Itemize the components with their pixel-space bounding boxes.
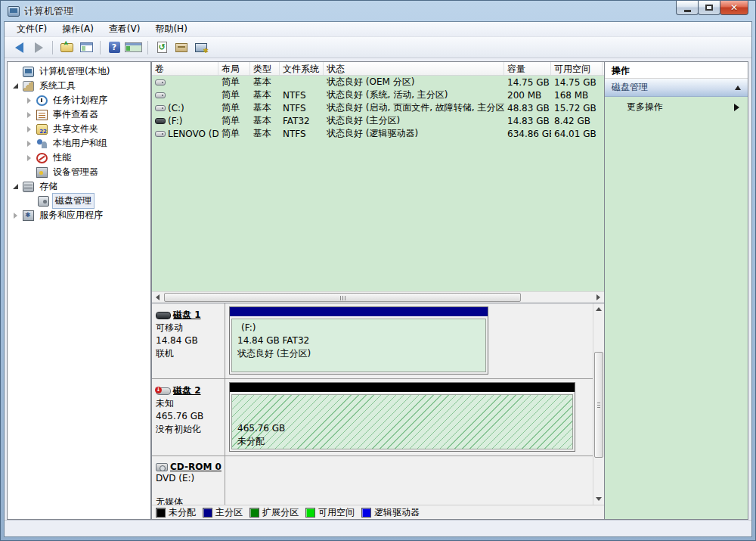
- unallocated-swatch: [156, 508, 166, 518]
- scroll-left-icon: [156, 294, 160, 300]
- column-header-layout[interactable]: 布局: [218, 62, 250, 75]
- device-manager-icon: [36, 167, 48, 178]
- maximize-icon: [705, 5, 713, 11]
- back-button[interactable]: [11, 39, 27, 56]
- extended-partition-swatch: [249, 508, 259, 518]
- expander-collapsed-icon[interactable]: [24, 126, 33, 132]
- collapse-icon[interactable]: [735, 86, 741, 90]
- services-applications-icon: [23, 210, 34, 221]
- remote-computer-icon: [195, 43, 207, 52]
- forward-icon: [35, 42, 43, 53]
- tree-item-services-applications[interactable]: 服务和应用程序: [8, 208, 150, 222]
- column-header-free-space[interactable]: 可用空间: [551, 62, 603, 75]
- help-button[interactable]: ?: [106, 39, 122, 56]
- disk-row-cdrom: CD-ROM 0 DVD (E:) 无媒体: [152, 456, 593, 505]
- expander-expanded-icon[interactable]: [11, 83, 20, 89]
- client-area: 文件(F) 操作(A) 查看(V) 帮助(H) ?: [4, 21, 752, 537]
- help-icon: ?: [109, 42, 120, 53]
- tree-item-storage[interactable]: 存储: [8, 179, 150, 194]
- disk1-label[interactable]: 磁盘 1 可移动 14.84 GB 联机: [152, 303, 225, 378]
- removable-disk-icon: [156, 312, 171, 319]
- remote-management-button[interactable]: [193, 39, 209, 56]
- logical-drive-swatch: [361, 508, 371, 518]
- volume-row-f[interactable]: (F:) 简单 基本 FAT32 状态良好 (主分区) 14.83 GB 8.4…: [152, 114, 604, 127]
- tree-item-event-viewer[interactable]: 事件查看器: [8, 107, 150, 122]
- scroll-up-icon: [596, 307, 602, 311]
- expander-collapsed-icon[interactable]: [24, 98, 33, 104]
- vertical-scrollbar-thumb[interactable]: [594, 352, 603, 458]
- disk-management-section-bar[interactable]: 磁盘管理: [605, 79, 748, 97]
- app-icon: [8, 6, 20, 17]
- disk-management-icon: [38, 196, 49, 207]
- column-header-capacity[interactable]: 容量: [504, 62, 551, 75]
- disk2-bar-area: 465.76 GB 未分配: [225, 379, 593, 455]
- console-tree-icon: [80, 42, 93, 52]
- menu-view[interactable]: 查看(V): [101, 21, 148, 37]
- unallocated-region[interactable]: 465.76 GB 未分配: [229, 382, 575, 452]
- volume-row-system[interactable]: 简单 基本 NTFS 状态良好 (系统, 活动, 主分区) 200 MB 168…: [152, 89, 604, 101]
- tree-item-shared-folders[interactable]: 共享文件夹: [8, 122, 150, 136]
- legend-unallocated: 未分配: [156, 506, 196, 519]
- partition-f[interactable]: (F:) 14.84 GB FAT32 状态良好 (主分区): [229, 306, 488, 375]
- partition-legend: 未分配 主分区 扩展分区 可用空间 逻辑驱动器: [152, 505, 604, 519]
- show-console-tree-button[interactable]: [78, 39, 94, 56]
- column-header-filesystem[interactable]: 文件系统: [280, 62, 324, 75]
- scroll-left-button[interactable]: [152, 292, 163, 303]
- volume-row-oem[interactable]: 简单 基本 状态良好 (OEM 分区) 14.75 GB 14.75 GB: [152, 76, 604, 89]
- horizontal-scrollbar-thumb[interactable]: [164, 293, 521, 302]
- system-tools-icon: [23, 81, 34, 92]
- vertical-scrollbar[interactable]: [593, 303, 604, 505]
- tree-item-system-tools[interactable]: 系统工具: [8, 79, 150, 93]
- column-header-status[interactable]: 状态: [324, 62, 504, 75]
- local-users-groups-icon: [36, 138, 48, 149]
- tree-item-disk-management[interactable]: 磁盘管理: [8, 194, 150, 208]
- disk2-label[interactable]: 磁盘 2 未知 465.76 GB 没有初始化: [152, 379, 225, 455]
- legend-logical-drive: 逻辑驱动器: [361, 506, 420, 519]
- volume-row-c[interactable]: (C:) 简单 基本 NTFS 状态良好 (启动, 页面文件, 故障转储, 主分…: [152, 101, 604, 114]
- menu-help[interactable]: 帮助(H): [147, 21, 194, 37]
- scroll-up-button[interactable]: [593, 303, 604, 315]
- horizontal-scrollbar[interactable]: [152, 291, 604, 303]
- scroll-right-button[interactable]: [593, 292, 604, 303]
- menu-file[interactable]: 文件(F): [9, 21, 54, 37]
- menu-action[interactable]: 操作(A): [54, 21, 101, 37]
- tree-item-computer-management[interactable]: 计算机管理(本地): [8, 64, 150, 79]
- volume-icon: [155, 105, 166, 111]
- primary-partition-swatch: [203, 508, 212, 518]
- storage-icon: [23, 182, 34, 192]
- unknown-disk-icon: [156, 387, 171, 395]
- cdrom-bar-area: [225, 456, 593, 505]
- column-header-volume[interactable]: 卷: [152, 62, 218, 75]
- maximize-button[interactable]: [698, 1, 720, 15]
- refresh-icon: [157, 42, 167, 53]
- scroll-down-button[interactable]: [593, 493, 604, 505]
- minimize-button[interactable]: [676, 1, 699, 15]
- volume-row-d[interactable]: LENOVO (D:) 简单 基本 NTFS 状态良好 (逻辑驱动器) 634.…: [152, 127, 604, 140]
- toolbar-separator: [52, 41, 53, 54]
- forward-button[interactable]: [30, 39, 47, 56]
- expander-collapsed-icon[interactable]: [24, 112, 33, 118]
- tree-item-task-scheduler[interactable]: 任务计划程序: [8, 93, 150, 107]
- performance-icon: [36, 153, 48, 163]
- title-bar[interactable]: 计算机管理 ✕: [1, 1, 755, 21]
- properties-button[interactable]: [173, 39, 190, 56]
- show-action-pane-button[interactable]: [125, 39, 142, 56]
- up-folder-button[interactable]: [58, 39, 75, 56]
- volume-list-header: 卷 布局 类型 文件系统 状态 容量 可用空间: [152, 62, 604, 76]
- tree-item-performance[interactable]: 性能: [8, 151, 150, 165]
- tree-item-device-manager[interactable]: 设备管理器: [8, 165, 150, 179]
- expander-collapsed-icon[interactable]: [24, 141, 33, 147]
- expander-collapsed-icon[interactable]: [11, 213, 20, 219]
- legend-primary-partition: 主分区: [203, 506, 243, 519]
- tree-item-local-users-groups[interactable]: 本地用户和组: [8, 136, 150, 151]
- event-viewer-icon: [36, 110, 48, 120]
- window-title: 计算机管理: [24, 5, 73, 18]
- more-actions-item[interactable]: 更多操作: [605, 97, 748, 117]
- minimize-icon: [684, 10, 691, 12]
- refresh-button[interactable]: [153, 39, 170, 56]
- expander-collapsed-icon[interactable]: [24, 155, 33, 161]
- cdrom-label[interactable]: CD-ROM 0 DVD (E:) 无媒体: [152, 456, 225, 505]
- expander-expanded-icon[interactable]: [11, 184, 20, 189]
- column-header-type[interactable]: 类型: [250, 62, 280, 75]
- close-button[interactable]: ✕: [720, 1, 748, 15]
